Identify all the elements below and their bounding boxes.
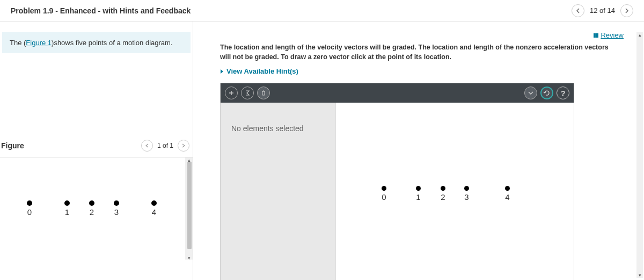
- dot-icon: [382, 186, 386, 191]
- figure-scrollbar[interactable]: ▴ ▾: [185, 157, 193, 260]
- scroll-up-icon: ▴: [187, 157, 191, 162]
- sigma-icon: [244, 90, 251, 96]
- figure-header: Figure 1 of 1: [0, 137, 193, 157]
- figure-page-indicator: 1 of 1: [157, 142, 173, 149]
- problem-title: Problem 1.9 - Enhanced - with Hints and …: [11, 6, 191, 15]
- scroll-up-icon: ▴: [636, 32, 643, 38]
- sum-button[interactable]: [241, 87, 254, 99]
- figure-link[interactable]: Figure 1: [26, 39, 52, 47]
- figure-section: Figure 1 of 1 0 1 2 3 4: [0, 137, 193, 260]
- prev-problem-button[interactable]: [572, 4, 584, 17]
- dot-icon: [114, 200, 119, 206]
- problem-prompt: The (Figure 1)shows five points of a mot…: [2, 32, 191, 53]
- canvas-point-4[interactable]: 4: [505, 186, 510, 202]
- editor-body: No elements selected 0 1 2 3 4: [221, 103, 574, 280]
- diagram-point-3: 3: [114, 200, 119, 217]
- drawing-canvas[interactable]: 0 1 2 3 4: [335, 103, 574, 280]
- diagram-point-2: 2: [89, 200, 94, 217]
- reset-button[interactable]: [540, 87, 553, 99]
- chevron-down-icon: [528, 91, 533, 95]
- options-dropdown[interactable]: [524, 87, 537, 99]
- review-link[interactable]: Review: [594, 31, 624, 39]
- dot-icon: [64, 200, 70, 206]
- page-indicator: 12 of 14: [590, 6, 615, 15]
- no-selection-text: No elements selected: [231, 124, 304, 133]
- dot-icon: [89, 200, 94, 206]
- left-panel: The (Figure 1)shows five points of a mot…: [0, 21, 193, 280]
- diagram-point-1: 1: [64, 200, 70, 217]
- canvas-point-2[interactable]: 2: [441, 186, 445, 202]
- figure-next-button[interactable]: [178, 140, 189, 152]
- delete-button[interactable]: [257, 87, 270, 99]
- instructions-text: The location and length of the velocity …: [220, 43, 635, 62]
- motion-diagram: 0 1 2 3 4: [16, 200, 172, 233]
- canvas-motion-diagram: 0 1 2 3 4: [376, 186, 559, 213]
- dot-icon: [505, 186, 510, 191]
- right-panel: Review The location and length of the ve…: [193, 21, 644, 280]
- figure-body: 0 1 2 3 4 ▴ ▾: [0, 157, 193, 260]
- canvas-point-1[interactable]: 1: [416, 186, 421, 202]
- scroll-down-icon: ▾: [636, 272, 643, 278]
- scroll-down-icon: ▾: [187, 255, 191, 260]
- figure-prev-button[interactable]: [141, 140, 153, 152]
- dot-icon: [416, 186, 421, 191]
- canvas-point-3[interactable]: 3: [464, 186, 469, 202]
- scrollbar-thumb[interactable]: [187, 162, 192, 249]
- diagram-point-4: 4: [151, 200, 157, 217]
- toolbar-right: ?: [524, 87, 569, 99]
- trash-icon: [260, 90, 267, 96]
- element-inspector-panel: No elements selected: [221, 103, 335, 280]
- canvas-point-0[interactable]: 0: [382, 186, 386, 202]
- help-button[interactable]: ?: [557, 87, 569, 99]
- vector-editor: ? No elements selected 0 1 2 3 4: [220, 83, 574, 280]
- diagram-point-0: 0: [27, 200, 32, 217]
- reset-icon: [543, 89, 551, 97]
- figure-nav: 1 of 1: [141, 140, 189, 152]
- review-icon: [594, 33, 598, 38]
- chevron-right-icon: [220, 69, 224, 74]
- view-hints-button[interactable]: View Available Hint(s): [220, 67, 635, 75]
- plus-icon: [228, 90, 235, 96]
- editor-toolbar: ?: [221, 83, 574, 103]
- dot-icon: [464, 186, 469, 191]
- figure-title: Figure: [1, 141, 24, 150]
- right-scrollbar[interactable]: ▴ ▾: [636, 32, 643, 278]
- next-problem-button[interactable]: [620, 4, 633, 17]
- main-content: The (Figure 1)shows five points of a mot…: [0, 21, 644, 280]
- page-header: Problem 1.9 - Enhanced - with Hints and …: [0, 0, 644, 21]
- header-nav: 12 of 14: [572, 4, 633, 17]
- dot-icon: [27, 200, 32, 206]
- dot-icon: [441, 186, 445, 191]
- dot-icon: [151, 200, 157, 206]
- add-vector-button[interactable]: [225, 87, 238, 99]
